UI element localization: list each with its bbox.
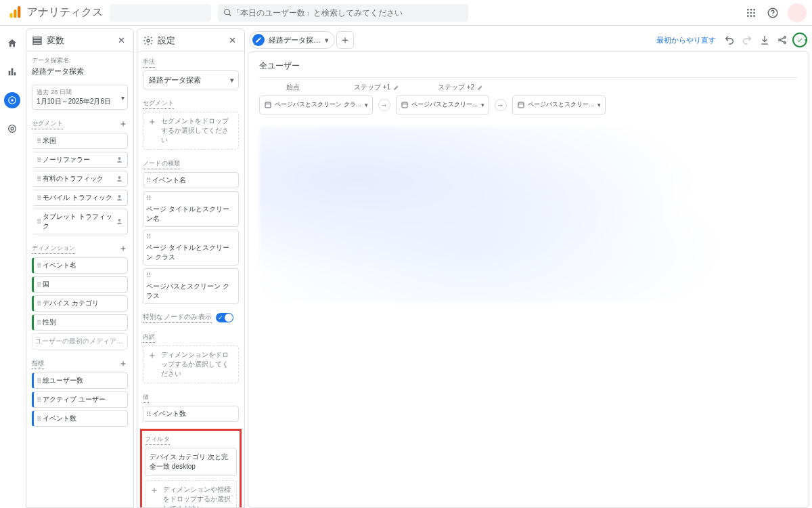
download-button[interactable] xyxy=(757,32,773,48)
values-chip[interactable]: ⠿イベント数 xyxy=(143,406,239,422)
add-metric-button[interactable]: ＋ xyxy=(118,358,128,370)
search-field[interactable] xyxy=(218,4,468,22)
share-button[interactable] xyxy=(774,32,790,48)
canvas: 全ユーザー 始点 ステップ +1 ステップ +2 ページパスとスクリーン クラ…… xyxy=(248,51,809,508)
node-type-label: ノードの種類 xyxy=(143,159,180,169)
reset-link[interactable]: 最初からやり直す xyxy=(656,35,716,45)
chip-label: アクティブ ユーザー xyxy=(43,395,106,404)
chevron-down-icon: ▾ xyxy=(325,36,329,45)
segment-chip[interactable]: ⠿有料のトラフィック xyxy=(32,171,128,187)
apps-grid-icon[interactable] xyxy=(744,6,758,20)
chip-label: ページパスとスクリーン クラス xyxy=(146,282,235,301)
redo-button[interactable] xyxy=(739,32,755,48)
segment-chip[interactable]: ⠿タブレット トラフィック xyxy=(32,209,128,234)
svg-point-11 xyxy=(747,15,749,17)
technique-select[interactable]: 経路データ探索 ▾ xyxy=(143,70,239,89)
chip-label: モバイル トラフィック xyxy=(43,193,114,203)
add-dimension-button[interactable]: ＋ xyxy=(118,242,128,255)
filter-item[interactable]: デバイス カテゴリ 次と完全一致 desktop xyxy=(145,448,237,476)
pencil-icon[interactable] xyxy=(393,84,400,91)
chevron-down-icon: ▾ xyxy=(597,102,601,108)
dimension-chip[interactable]: ⠿イベント名 xyxy=(32,257,128,274)
dimension-chip[interactable]: ⠿デバイス カテゴリ xyxy=(32,295,128,312)
metrics-label: 指標 xyxy=(32,359,44,369)
segment-chip[interactable]: ⠿米国 xyxy=(32,133,128,149)
arrow-right-icon: → xyxy=(495,99,507,111)
variables-panel-close[interactable]: ✕ xyxy=(115,33,128,48)
node-type-option[interactable]: ⠿イベント名 xyxy=(143,172,239,188)
step-label: ステップ +2 xyxy=(438,83,474,92)
variables-panel-title: 変数 xyxy=(47,35,64,47)
node-type-option[interactable]: ⠿ページ タイトルとスクリーン名 xyxy=(143,191,239,227)
chevron-down-icon: ▾ xyxy=(481,102,484,108)
drop-placeholder: ディメンションや指標をドロップするか選択してください xyxy=(163,485,232,507)
search-input[interactable] xyxy=(232,8,463,18)
node-type-option[interactable]: ⠿ページパスとスクリーン クラス xyxy=(143,268,239,304)
node-type-option[interactable]: ⠿ページ タイトルとスクリーン クラス xyxy=(143,230,239,266)
path-node[interactable]: ページパスとスクリー… ▾ xyxy=(396,96,489,114)
svg-point-12 xyxy=(750,15,752,17)
dimension-chip[interactable]: ⠿性別 xyxy=(32,314,128,331)
unique-only-label: 特別なノードのみ表示 xyxy=(143,312,212,323)
nav-advertising[interactable] xyxy=(4,121,20,137)
breakdown-label: 内訳 xyxy=(143,333,155,343)
svg-point-29 xyxy=(118,219,121,221)
drag-handle-icon: ⠿ xyxy=(37,194,40,202)
breakdown-drop-zone[interactable]: ＋ ディメンションをドロップするか選択してください xyxy=(143,345,239,383)
segments-drop-zone[interactable]: ＋ セグメントをドロップするか選択してください xyxy=(143,112,239,150)
node-label: ページパスとスクリー… xyxy=(528,102,595,108)
node-label: ページパスとスクリーン クラ… xyxy=(275,102,362,108)
filters-drop-zone[interactable]: ＋ ディメンションや指標をドロップするか選択してください xyxy=(145,480,237,507)
svg-rect-16 xyxy=(9,71,11,76)
nav-home[interactable] xyxy=(4,35,20,51)
add-tab-button[interactable]: ＋ xyxy=(336,31,354,49)
chip-label: ページ タイトルとスクリーン名 xyxy=(146,205,235,224)
metric-chip[interactable]: ⠿総ユーザー数 xyxy=(32,373,128,389)
svg-rect-38 xyxy=(518,102,524,108)
date-range-picker[interactable]: 過去 28 日間 1月10日～2025年2月6日 ▾ xyxy=(32,85,128,110)
nav-explore[interactable] xyxy=(4,92,20,108)
drag-handle-icon: ⠿ xyxy=(37,300,40,308)
exploration-name-label: データ探索名: xyxy=(32,56,128,65)
svg-point-6 xyxy=(750,9,752,11)
plus-icon: ＋ xyxy=(150,485,159,494)
chip-label: イベント名 xyxy=(152,175,186,185)
metric-chip[interactable]: ⠿アクティブ ユーザー xyxy=(32,391,128,408)
arrow-right-icon: → xyxy=(378,99,390,111)
segment-chip[interactable]: ⠿モバイル トラフィック xyxy=(32,190,128,206)
chevron-down-icon: ▾ xyxy=(230,76,234,85)
settings-panel-close[interactable]: ✕ xyxy=(226,33,239,48)
nav-rail xyxy=(0,26,24,508)
drag-handle-icon: ⠿ xyxy=(37,396,40,404)
drag-handle-icon: ⠿ xyxy=(37,137,40,145)
svg-point-22 xyxy=(11,127,14,130)
add-segment-button[interactable]: ＋ xyxy=(118,118,128,130)
pencil-icon xyxy=(252,34,265,46)
metric-chip[interactable]: ⠿イベント数 xyxy=(32,410,128,427)
chip-label: 性別 xyxy=(43,318,56,327)
segment-chip[interactable]: ⠿ノーリファラー xyxy=(32,152,128,168)
drag-handle-icon: ⠿ xyxy=(37,281,40,289)
svg-point-26 xyxy=(118,157,121,160)
drag-handle-icon: ⠿ xyxy=(37,218,40,226)
dimension-chip[interactable]: ⠿国 xyxy=(32,276,128,293)
svg-rect-17 xyxy=(12,68,14,76)
drag-handle-icon: ⠿ xyxy=(37,319,40,326)
exploration-tab[interactable]: 経路データ探… ▾ xyxy=(249,31,335,49)
exploration-name[interactable]: 経路データ探索 xyxy=(32,66,128,77)
avatar[interactable] xyxy=(788,3,807,22)
unique-only-toggle[interactable] xyxy=(216,313,233,322)
nav-reports[interactable] xyxy=(4,64,20,80)
drag-handle-icon: ⠿ xyxy=(146,177,150,184)
insights-button[interactable]: ▾ xyxy=(792,32,808,48)
account-crumb[interactable] xyxy=(110,4,211,22)
help-icon[interactable] xyxy=(766,6,780,20)
pencil-icon[interactable] xyxy=(477,84,484,91)
svg-point-8 xyxy=(747,12,749,14)
svg-point-20 xyxy=(11,99,14,102)
path-node[interactable]: ページパスとスクリー… ▾ xyxy=(512,96,606,114)
date-preset: 過去 28 日間 xyxy=(37,88,123,97)
chip-label: 有料のトラフィック xyxy=(43,174,114,184)
path-node[interactable]: ページパスとスクリーン クラ… ▾ xyxy=(259,96,373,114)
undo-button[interactable] xyxy=(721,32,738,48)
